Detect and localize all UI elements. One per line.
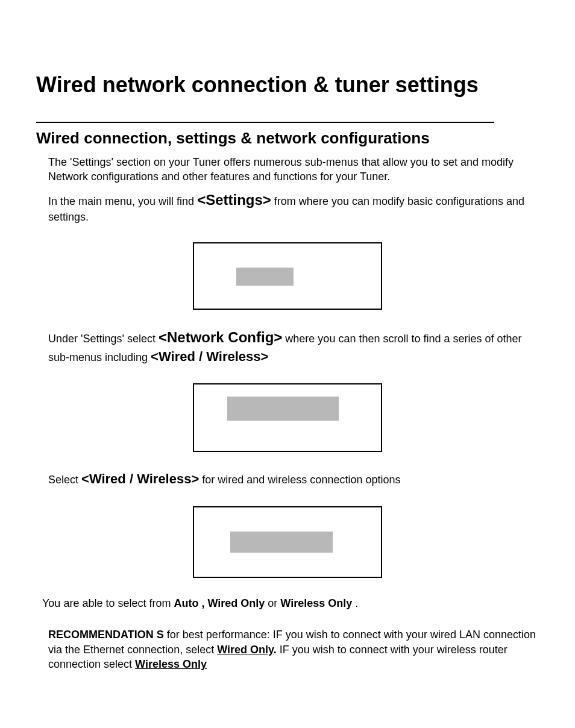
network-config-paragraph: Under 'Settings' select <Network Config>… [48,328,539,365]
figure-highlight [236,268,294,286]
wireless-only-link: Wireless Only [135,658,207,670]
figure-highlight [230,532,333,553]
figure-highlight [227,397,339,421]
text-segment: . [355,597,358,609]
title-rule [36,122,494,123]
text-segment: You are able to select from [42,597,174,609]
wired-only-link: Wired Only [217,644,274,656]
recommendations-paragraph: RECOMMENDATION S for best performance: I… [48,627,539,671]
text-segment: . [274,644,277,656]
wired-wireless-keyword: <Wired / Wireless> [81,471,199,486]
settings-paragraph: In the main menu, you will find <Setting… [48,190,539,225]
text-segment: for wired and wireless connection option… [202,474,400,486]
network-config-keyword: <Network Config> [159,329,282,345]
options-paragraph: You are able to select from Auto , Wired… [42,596,539,610]
figure-wired-wireless-screen [193,506,382,578]
page-title: Wired network connection & tuner setting… [36,72,539,104]
wired-wireless-keyword: <Wired / Wireless> [151,349,268,364]
text-segment: In the main menu, you will find [48,195,197,207]
select-wired-wireless-paragraph: Select <Wired / Wireless> for wired and … [48,470,539,488]
settings-keyword: <Settings> [197,192,271,208]
figure-network-config-screen [193,383,382,452]
figure-settings-screen [193,242,382,310]
intro-paragraph: The 'Settings' section on your Tuner off… [48,155,539,184]
text-segment: Select [48,474,81,486]
text-segment: Under 'Settings' select [48,333,159,345]
text-segment: or [268,597,280,609]
recommendations-label: RECOMMENDATION S [48,629,164,641]
option-auto-wired: Auto , Wired Only [174,597,265,609]
section-heading: Wired connection, settings & network con… [36,129,539,148]
option-wireless-only: Wireless Only [280,597,352,609]
